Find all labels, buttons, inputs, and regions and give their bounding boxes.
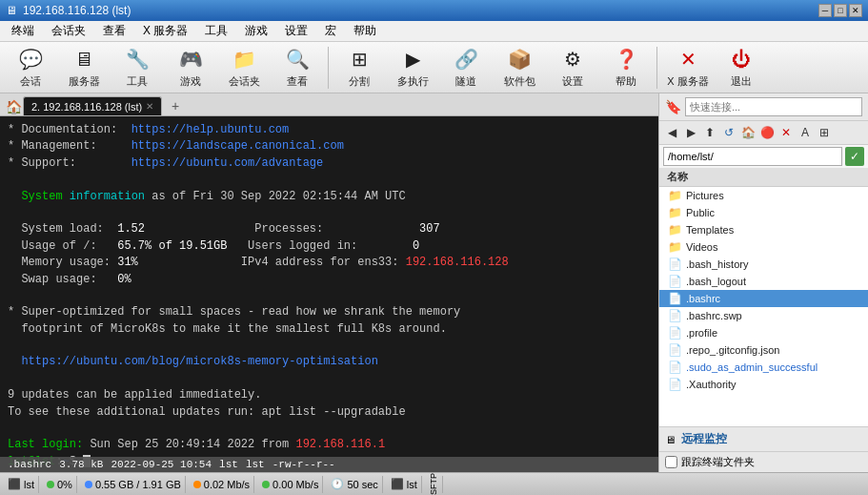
toolbar: 💬 会话 🖥 服务器 🔧 工具 🎮 游戏 📁 会话夹 🔍 查看 ⊞ 分割 ▶ 多… (0, 42, 868, 93)
nav-bookmark-button[interactable]: 🔴 (758, 124, 776, 141)
list-item[interactable]: 📄 .profile (659, 324, 868, 341)
list-item[interactable]: 📄 .bash_logout (659, 273, 868, 290)
track-label: 跟踪终端文件夹 (681, 455, 755, 469)
nav-forward-button[interactable]: ▶ (682, 124, 699, 141)
toolbar-quit[interactable]: ⏻ 退出 (717, 45, 766, 91)
toolbar-session-label: 会话 (20, 74, 41, 89)
file-icon: 📄 (667, 275, 682, 288)
list-item-selected[interactable]: 📄 .bashrc (659, 290, 868, 307)
file-icon: 📄 (667, 292, 682, 305)
folder-icon: 📁 (667, 223, 682, 237)
app-icon: 🖥 (6, 4, 17, 17)
settings-icon: ⚙ (559, 46, 586, 72)
list-item[interactable]: 📄 .sudo_as_admin_successful (659, 359, 868, 376)
file-toolbar: ◀ ▶ ⬆ ↺ 🏠 🔴 ✕ A ⊞ (659, 121, 868, 145)
list-item[interactable]: 📄 .repo_.gitconfig.json (659, 341, 868, 359)
tab-close-icon[interactable]: ✕ (146, 101, 153, 112)
list-item[interactable]: 📁 Public (659, 204, 868, 221)
list-item[interactable]: 📄 .bash_history (659, 256, 868, 273)
tooltip-filename: .bashrc (8, 459, 51, 470)
path-bar[interactable]: /home/lst/ (663, 147, 842, 166)
menu-tools[interactable]: 工具 (197, 21, 235, 41)
menu-help[interactable]: 帮助 (346, 21, 384, 41)
toolbar-settings[interactable]: ⚙ 设置 (548, 45, 597, 91)
tooltip-size: 3.78 kB (59, 459, 103, 470)
minimize-button[interactable]: ─ (818, 4, 832, 17)
terminal-status-icon: ⬛ (8, 478, 21, 490)
terminal-load: System load: 1.52 Processes: 307 (8, 221, 651, 237)
toolbar-help[interactable]: ❓ 帮助 (601, 45, 651, 91)
track-checkbox-label[interactable]: 跟踪终端文件夹 (665, 455, 862, 469)
menu-bar: 终端 会话夹 查看 X 服务器 工具 游戏 设置 宏 帮助 (0, 21, 868, 42)
menu-macro[interactable]: 宏 (317, 21, 344, 41)
tooltip-owner: lst (219, 459, 238, 470)
menu-terminal[interactable]: 终端 (4, 21, 42, 41)
main-area: 🏠 2. 192.168.116.128 (lst) ✕ + * Documen… (0, 93, 868, 472)
terminal-updates-cmd: To see these additional updates run: apt… (8, 404, 651, 421)
list-item[interactable]: 📁 Pictures (659, 187, 868, 204)
nav-refresh-button[interactable]: ↺ (720, 124, 737, 141)
doc-link[interactable]: https://help.ubuntu.com (131, 123, 290, 136)
toolbar-tunnel[interactable]: 🔗 隧道 (441, 45, 491, 91)
nav-grid-button[interactable]: ⊞ (816, 124, 833, 141)
terminal-tooltip: .bashrc 3.78 kB 2022-09-25 10:54 lst lst… (0, 457, 658, 472)
right-pane: 🔖 ◀ ▶ ⬆ ↺ 🏠 🔴 ✕ A ⊞ /home/lst/ ✓ 名称 (658, 93, 868, 472)
close-button[interactable]: ✕ (849, 4, 862, 17)
tab-session[interactable]: 2. 192.168.116.128 (lst) ✕ (23, 96, 162, 115)
terminal-sysinfo: System information as of Fri 30 Sep 2022… (8, 189, 651, 205)
terminal[interactable]: * Documentation: https://help.ubuntu.com… (0, 116, 658, 472)
toolbar-tools[interactable]: 🔧 工具 (112, 45, 162, 91)
packages-icon: 📦 (506, 46, 533, 72)
folder-icon: 📁 (667, 240, 682, 254)
list-item[interactable]: 📄 .bashrc.swp (659, 307, 868, 324)
list-item[interactable]: 📁 Templates (659, 221, 868, 238)
toolbar-split[interactable]: ⊞ 分割 (334, 45, 384, 91)
path-confirm-button[interactable]: ✓ (845, 147, 864, 166)
toolbar-server[interactable]: 🖥 服务器 (59, 45, 109, 91)
toolbar-view[interactable]: 🔍 查看 (273, 45, 322, 91)
toolbar-packages[interactable]: 📦 软件包 (495, 45, 544, 91)
menu-xserver[interactable]: X 服务器 (135, 21, 195, 41)
file-name: .repo_.gitconfig.json (686, 344, 779, 356)
file-icon: 📄 (667, 309, 682, 322)
mgmt-link[interactable]: https://landscape.canonical.com (131, 139, 344, 153)
track-checkbox-input[interactable] (665, 456, 677, 468)
nav-delete-button[interactable]: ✕ (777, 124, 795, 141)
file-name: Pictures (686, 190, 724, 201)
cpu-dot (47, 481, 54, 488)
nav-edit-button[interactable]: A (797, 124, 814, 141)
toolbar-xserver[interactable]: ✕ X 服务器 (663, 45, 713, 91)
toolbar-sessionfolder[interactable]: 📁 会话夹 (219, 45, 269, 91)
microk8s-link[interactable]: https://ubuntu.com/blog/microk8s-memory-… (21, 355, 377, 368)
toolbar-quit-label: 退出 (731, 74, 752, 89)
nav-up-button[interactable]: ⬆ (701, 124, 718, 141)
support-link[interactable]: https://ubuntu.com/advantage (131, 156, 324, 170)
quick-connect-input[interactable] (685, 97, 862, 116)
view-icon: 🔍 (284, 46, 311, 72)
nav-home-button[interactable]: 🏠 (739, 124, 757, 141)
toolbar-tools-label: 工具 (127, 74, 148, 89)
tab-home[interactable]: 🏠 (4, 98, 23, 115)
file-name: .sudo_as_admin_successful (686, 361, 818, 373)
maximize-button[interactable]: □ (834, 4, 847, 17)
tab-add-button[interactable]: + (166, 96, 185, 115)
nav-back-button[interactable]: ◀ (663, 124, 680, 141)
toolbar-multiexec-label: 多执行 (397, 74, 429, 89)
menu-sessions[interactable]: 会话夹 (44, 21, 93, 41)
terminal-msg1: * Super-optimized for small spaces - rea… (8, 304, 651, 320)
tab-label: 2. 192.168.116.128 (lst) (31, 101, 142, 113)
list-item[interactable]: 📄 .Xauthority (659, 376, 868, 393)
toolbar-multiexec[interactable]: ▶ 多执行 (388, 45, 437, 91)
list-item[interactable]: 📁 Videos (659, 238, 868, 256)
file-name: .Xauthority (686, 379, 737, 390)
folder-icon: 📁 (667, 189, 682, 202)
toolbar-separator2 (656, 47, 657, 89)
file-list[interactable]: 📁 Pictures 📁 Public 📁 Templates 📁 Videos… (659, 187, 868, 426)
menu-settings[interactable]: 设置 (277, 21, 315, 41)
menu-games[interactable]: 游戏 (237, 21, 275, 41)
toolbar-tunnel-label: 隧道 (455, 74, 476, 89)
menu-view[interactable]: 查看 (95, 21, 133, 41)
toolbar-games[interactable]: 🎮 游戏 (166, 45, 215, 91)
remote-monitor: 🖥 远程监控 (659, 426, 868, 451)
toolbar-session[interactable]: 💬 会话 (6, 45, 55, 91)
